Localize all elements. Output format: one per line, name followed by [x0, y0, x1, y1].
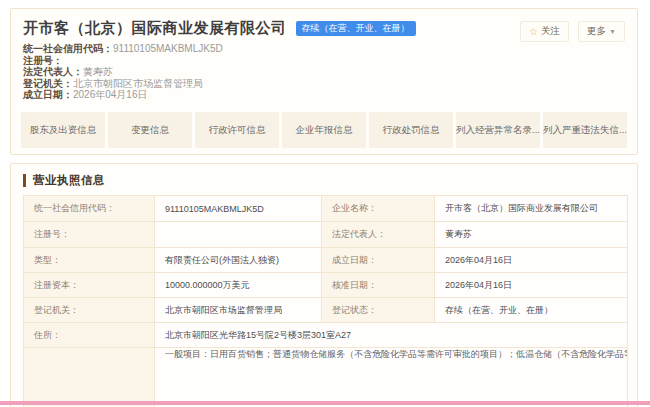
table-row: 住所： 北京市朝阳区光华路15号院2号楼3层301室A27: [24, 323, 628, 348]
license-table: 统一社会信用代码： 91110105MAKBMLJK5D 企业名称： 开市客（北…: [23, 195, 628, 407]
field-reg-authority-value: 北京市朝阳区市场监督管理局: [73, 78, 203, 89]
company-header-card: 开市客（北京）国际商业发展有限公司 存续（在营、开业、在册） ☆ 关注 更多 ▼…: [10, 8, 638, 155]
tab-annual-report-info[interactable]: 企业年报信息: [282, 112, 366, 148]
cell-label-credit-code: 统一社会信用代码：: [24, 196, 155, 222]
cell-label-reg-status: 登记状态：: [322, 298, 435, 323]
cell-value-company-name: 开市客（北京）国际商业发展有限公司: [435, 196, 628, 222]
follow-button[interactable]: ☆ 关注: [520, 21, 569, 42]
status-badge: 存续（在营、开业、在册）: [296, 21, 416, 36]
table-row: 登记机关： 北京市朝阳区市场监督管理局 登记状态： 存续（在营、开业、在册）: [24, 298, 628, 323]
table-row: 统一社会信用代码： 91110105MAKBMLJK5D 企业名称： 开市客（北…: [24, 196, 628, 222]
cell-label-reg-authority: 登记机关：: [24, 298, 155, 323]
field-reg-authority: 登记机关：北京市朝阳区市场监督管理局: [23, 78, 625, 90]
business-scope-text: 一般项目：日用百货销售；普通货物仓储服务（不含危险化学品等需许可审批的项目）；低…: [155, 348, 628, 407]
field-legal-rep-label: 法定代表人：: [23, 66, 83, 77]
field-credit-code: 统一社会信用代码：91110105MAKBMLJK5D: [23, 43, 625, 55]
follow-button-label: 关注: [541, 25, 560, 38]
tab-admin-license-info[interactable]: 行政许可信息: [195, 112, 279, 148]
field-reg-authority-label: 登记机关：: [23, 78, 73, 89]
cell-value-approval-date: 2026年04月16日: [435, 273, 628, 298]
cell-value-legal-rep: 黄寿苏: [435, 222, 628, 248]
tab-abnormal-operations-list[interactable]: 列入经营异常名录...: [456, 112, 540, 148]
cell-value-establish-date: 2026年04月16日: [435, 248, 628, 273]
cell-label-registered-capital: 注册资本：: [24, 273, 155, 298]
section-accent-bar: [23, 174, 26, 187]
tab-admin-penalty-info[interactable]: 行政处罚信息: [369, 112, 453, 148]
cell-value-company-type: 有限责任公司(外国法人独资): [155, 248, 322, 273]
table-row: 类型： 有限责任公司(外国法人独资) 成立日期： 2026年04月16日: [24, 248, 628, 273]
cell-value-reg-status: 存续（在营、开业、在册）: [435, 298, 628, 323]
cell-label-company-name: 企业名称：: [322, 196, 435, 222]
star-icon: ☆: [529, 27, 538, 37]
more-button-label: 更多: [587, 25, 606, 38]
bottom-highlight-bar: [0, 401, 650, 405]
info-tabs: 股东及出资信息 变更信息 行政许可信息 企业年报信息 行政处罚信息 列入经营异常…: [21, 112, 627, 148]
field-legal-rep-value: 黄寿苏: [83, 66, 113, 77]
cell-label-company-type: 类型：: [24, 248, 155, 273]
field-credit-code-value: 91110105MAKBMLJK5D: [113, 43, 223, 54]
field-reg-number: 注册号：: [23, 55, 625, 67]
field-establish-date-label: 成立日期：: [23, 89, 73, 100]
table-row: 注册资本： 10000.000000万美元 核准日期： 2026年04月16日: [24, 273, 628, 298]
cell-label-legal-rep: 法定代表人：: [322, 222, 435, 248]
cell-label-reg-number: 注册号：: [24, 222, 155, 248]
company-name: 开市客（北京）国际商业发展有限公司: [23, 19, 287, 38]
cell-label-approval-date: 核准日期：: [322, 273, 435, 298]
field-establish-date-value: 2026年04月16日: [73, 89, 148, 100]
header-fields: 统一社会信用代码：91110105MAKBMLJK5D 注册号： 法定代表人：黄…: [11, 40, 637, 101]
cell-label-address: 住所：: [24, 323, 155, 348]
section-title: 营业执照信息: [33, 173, 105, 188]
more-button[interactable]: 更多 ▼: [578, 21, 625, 42]
cell-value-credit-code: 91110105MAKBMLJK5D: [155, 196, 322, 222]
header-actions: ☆ 关注 更多 ▼: [520, 21, 625, 42]
section-header: 营业执照信息: [11, 164, 637, 195]
cell-label-business-scope: [24, 348, 155, 407]
tab-serious-violations-list[interactable]: 列入严重违法失信...: [543, 112, 627, 148]
table-row: 一般项目：日用百货销售；普通货物仓储服务（不含危险化学品等需许可审批的项目）；低…: [24, 348, 628, 407]
table-row: 注册号： 法定代表人： 黄寿苏: [24, 222, 628, 248]
cell-value-registered-capital: 10000.000000万美元: [155, 273, 322, 298]
field-establish-date: 成立日期：2026年04月16日: [23, 89, 625, 101]
business-license-card: 营业执照信息 统一社会信用代码： 91110105MAKBMLJK5D 企业名称…: [10, 163, 638, 407]
cell-value-reg-authority: 北京市朝阳区市场监督管理局: [155, 298, 322, 323]
cell-value-address: 北京市朝阳区光华路15号院2号楼3层301室A27: [155, 323, 628, 348]
tab-shareholder-investment-info[interactable]: 股东及出资信息: [21, 112, 105, 148]
tab-change-info[interactable]: 变更信息: [108, 112, 192, 148]
field-legal-rep: 法定代表人：黄寿苏: [23, 66, 625, 78]
cell-value-reg-number: [155, 222, 322, 248]
field-credit-code-label: 统一社会信用代码：: [23, 43, 113, 54]
field-reg-number-label: 注册号：: [23, 55, 63, 66]
cell-label-establish-date: 成立日期：: [322, 248, 435, 273]
caret-down-icon: ▼: [609, 28, 616, 35]
